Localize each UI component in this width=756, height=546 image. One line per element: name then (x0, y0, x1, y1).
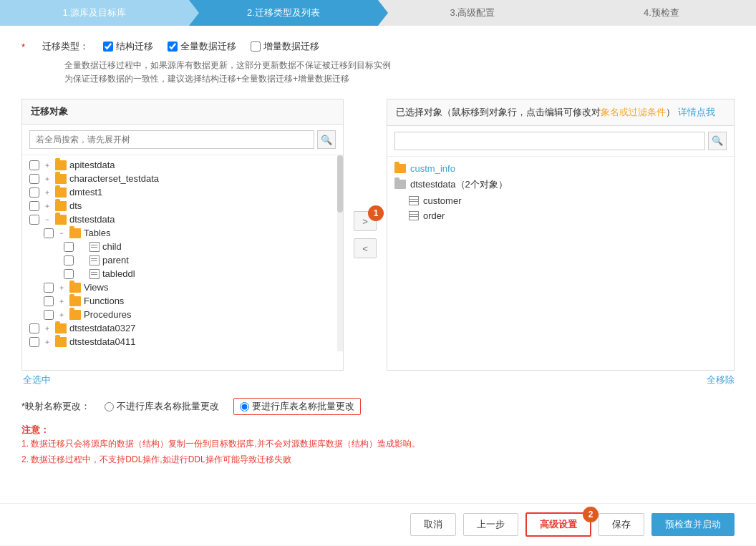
right-tree-item-custm-info[interactable]: custm_info (394, 161, 727, 176)
expand-tables[interactable]: － (57, 228, 67, 238)
panels-row: 迁移对象 🔍 ＋ apitestdata (21, 99, 735, 371)
expand-functions[interactable]: ＋ (57, 296, 67, 306)
folder-icon-dtstestdata0411 (55, 337, 67, 347)
cancel-button[interactable]: 取消 (410, 513, 456, 536)
step-4[interactable]: 4.预检查 (567, 0, 756, 26)
tree-checkbox-child[interactable] (64, 242, 74, 252)
right-header-text: 已选择对象（鼠标移到对象行，点击编辑可修改对 (396, 107, 601, 117)
expand-views[interactable]: ＋ (57, 283, 67, 293)
tree-item-apitestdata[interactable]: ＋ apitestdata (22, 158, 343, 172)
badge-2: 2 (583, 507, 598, 522)
tree-checkbox-dmtest1[interactable] (29, 187, 39, 198)
checkbox-structural[interactable]: 结构迁移 (103, 40, 153, 53)
save-button[interactable]: 保存 (598, 513, 644, 536)
tree-checkbox-functions[interactable] (44, 296, 54, 306)
left-scrollbar-track[interactable] (337, 155, 343, 351)
start-button[interactable]: 预检查并启动 (651, 513, 735, 536)
left-scrollbar-thumb[interactable] (337, 155, 343, 213)
checkbox-full-label: 全量数据迁移 (180, 40, 236, 53)
right-tree-label-customer: customer (423, 195, 461, 206)
tree-item-dtstestdata0411[interactable]: ＋ dtstestdata0411 (22, 335, 343, 348)
right-folder-icon-dtstestdata (394, 180, 406, 189)
checkbox-full[interactable]: 全量数据迁移 (168, 40, 236, 53)
expand-child-placeholder (77, 242, 87, 252)
tree-item-parent[interactable]: parent (22, 253, 343, 267)
right-header-link2[interactable]: 详情点我 (678, 107, 715, 117)
radio-batch[interactable]: 要进行库表名称批量更改 (233, 398, 361, 415)
expand-apitestdata[interactable]: ＋ (42, 160, 52, 170)
left-search-button[interactable]: 🔍 (317, 130, 336, 149)
tree-checkbox-characterset[interactable] (29, 174, 39, 184)
tree-checkbox-dts[interactable] (29, 201, 39, 211)
step-1[interactable]: 1.源库及目标库 (0, 0, 189, 26)
tree-checkbox-dtstestdata[interactable] (29, 215, 39, 225)
all-remove-link[interactable]: 全移除 (707, 374, 735, 386)
checkbox-incremental-label: 增量数据迁移 (263, 40, 319, 53)
right-tree-item-order[interactable]: order (409, 208, 727, 223)
right-tree-item-dtstestdata[interactable]: dtstestdata（2个对象） (394, 176, 727, 193)
tree-item-dmtest1[interactable]: ＋ dmtest1 (22, 185, 343, 199)
radio-batch-input[interactable] (240, 402, 249, 411)
radio-no-batch-label: 不进行库表名称批量更改 (117, 400, 219, 413)
tree-checkbox-procedures[interactable] (44, 310, 54, 320)
notice-items: 1. 数据迁移只会将源库的数据（结构）复制一份到目标数据库,并不会对源数据库数据… (21, 437, 735, 467)
tree-checkbox-dtstestdata0411[interactable] (29, 337, 39, 347)
tree-item-child[interactable]: child (22, 240, 343, 253)
folder-icon-dtstestdata (55, 215, 67, 225)
checkbox-incremental[interactable]: 增量数据迁移 (251, 40, 319, 53)
panels-footer: 全选中 全移除 (21, 374, 735, 386)
middle-buttons: > 1 < (344, 99, 387, 371)
advanced-settings-button[interactable]: 高级设置 (525, 512, 591, 537)
main-content: * 迁移类型： 结构迁移 全量数据迁移 增量数据迁移 全量数据迁移过程中，如果源… (0, 26, 756, 503)
all-select-link[interactable]: 全选中 (21, 374, 51, 386)
left-search-input[interactable] (29, 130, 314, 149)
prev-button[interactable]: 上一步 (463, 513, 518, 536)
step-3[interactable]: 3.高级配置 (378, 0, 567, 26)
tree-container: ＋ apitestdata ＋ characterset_testdata (22, 155, 343, 351)
right-panel: 已选择对象（鼠标移到对象行，点击编辑可修改对象名或过滤条件） 详情点我 🔍 cu… (387, 99, 735, 371)
tree-item-dts[interactable]: ＋ dts (22, 199, 343, 213)
expand-procedures[interactable]: ＋ (57, 310, 67, 320)
expand-dtstestdata0411[interactable]: ＋ (42, 337, 52, 347)
move-left-button[interactable]: < (354, 238, 377, 258)
tree-item-dtstestdata[interactable]: － dtstestdata (22, 213, 343, 226)
expand-dmtest1[interactable]: ＋ (42, 187, 52, 198)
step-2[interactable]: 2.迁移类型及列表 (189, 0, 378, 26)
left-panel-header: 迁移对象 (22, 99, 343, 125)
tree-item-functions[interactable]: ＋ Functions (22, 294, 343, 308)
tree-item-characterset[interactable]: ＋ characterset_testdata (22, 172, 343, 185)
expand-dts[interactable]: ＋ (42, 201, 52, 211)
right-search-row: 🔍 (387, 126, 734, 157)
radio-no-batch[interactable]: 不进行库表名称批量更改 (105, 400, 219, 413)
checkbox-structural-input[interactable] (103, 42, 113, 52)
right-arrow-wrapper: > 1 (354, 211, 377, 231)
steps-bar: 1.源库及目标库 2.迁移类型及列表 3.高级配置 4.预检查 (0, 0, 756, 26)
notice-title: 注意： (21, 424, 735, 437)
tree-item-procedures[interactable]: ＋ Procedures (22, 308, 343, 321)
checkbox-full-input[interactable] (168, 42, 178, 52)
right-search-input[interactable] (394, 132, 705, 150)
right-tree-item-customer[interactable]: customer (409, 193, 727, 208)
tree-checkbox-dtstestdata0327[interactable] (29, 323, 39, 333)
expand-characterset[interactable]: ＋ (42, 174, 52, 184)
tree-item-tableddl[interactable]: tableddl (22, 267, 343, 281)
tree-checkbox-apitestdata[interactable] (29, 160, 39, 170)
tree-checkbox-parent[interactable] (64, 255, 74, 265)
tree-item-tables[interactable]: － Tables (22, 226, 343, 240)
tree-label-procedures: Procedures (84, 309, 131, 320)
tree-item-views[interactable]: ＋ Views (22, 281, 343, 294)
radio-batch-label: 要进行库表名称批量更改 (252, 400, 354, 413)
radio-no-batch-input[interactable] (105, 402, 114, 411)
expand-dtstestdata[interactable]: － (42, 215, 52, 225)
tree-checkbox-views[interactable] (44, 283, 54, 293)
table-icon-child (89, 242, 100, 252)
tree-checkbox-tableddl[interactable] (64, 269, 74, 279)
checkbox-structural-label: 结构迁移 (116, 40, 153, 53)
right-search-button[interactable]: 🔍 (708, 132, 727, 150)
right-header-link1[interactable]: 象名或过滤条件 (601, 107, 666, 117)
right-header-text2: ） (666, 107, 675, 117)
expand-dtstestdata0327[interactable]: ＋ (42, 323, 52, 333)
tree-checkbox-tables[interactable] (44, 228, 54, 238)
tree-item-dtstestdata0327[interactable]: ＋ dtstestdata0327 (22, 321, 343, 335)
checkbox-incremental-input[interactable] (251, 42, 261, 52)
